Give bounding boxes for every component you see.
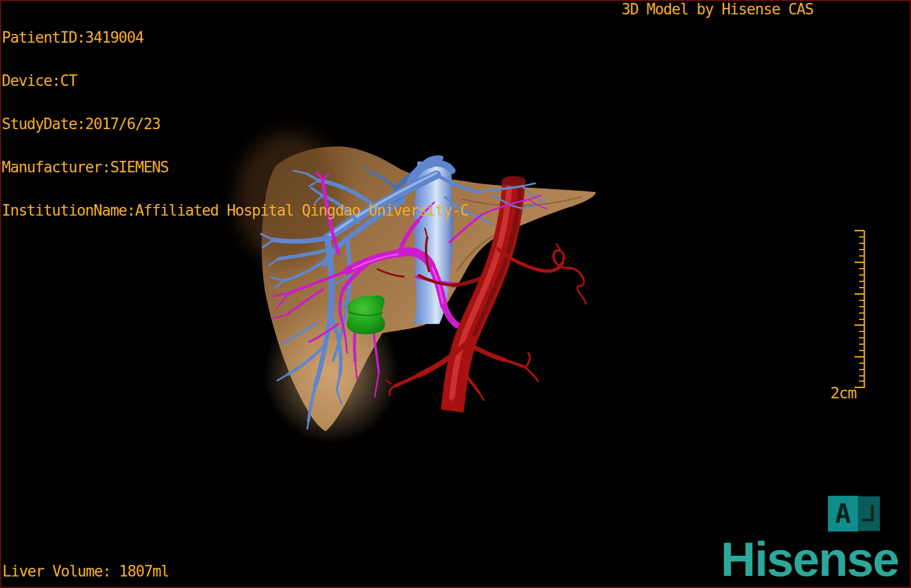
viewer-window: PatientID:3419004 Device:CT StudyDate:20… — [0, 0, 911, 588]
orientation-letter: A — [835, 498, 851, 529]
institution-text: InstitutionName:Affiliated Hospital Qing… — [2, 203, 468, 218]
patient-info-block: PatientID:3419004 Device:CT StudyDate:20… — [2, 2, 468, 247]
device-text: Device:CT — [2, 74, 468, 88]
patient-id-text: PatientID:3419004 — [2, 31, 468, 45]
orientation-cube-side-face[interactable] — [858, 496, 880, 531]
scale-bar-label: 2cm — [830, 386, 856, 400]
orientation-cube-front-face[interactable]: A — [828, 496, 858, 532]
gallbladder-model — [347, 295, 385, 334]
orientation-cube[interactable]: A — [828, 496, 880, 532]
liver-volume-text: Liver Volume: 1807ml — [2, 564, 169, 579]
corner-glyph-icon — [858, 496, 880, 531]
study-date-text: StudyDate:2017/6/23 — [2, 117, 468, 131]
manufacturer-text: Manufacturer:SIEMENS — [2, 160, 468, 175]
brand-logo: Hisense — [721, 535, 898, 583]
watermark-text: 3D Model by Hisense CAS — [622, 2, 813, 17]
scale-ruler — [854, 231, 864, 388]
